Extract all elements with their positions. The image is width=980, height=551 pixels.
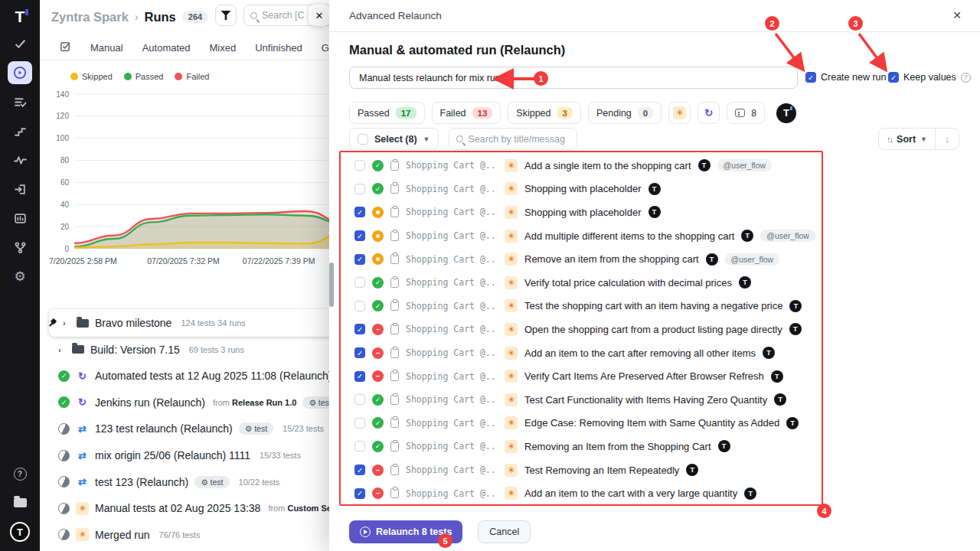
close-icon[interactable]: ✕ — [952, 9, 962, 21]
user-avatar[interactable]: T — [10, 522, 30, 542]
tag-pill[interactable]: @user_flow — [760, 230, 815, 242]
test-row[interactable]: ✓Shopping Cart @...✳Test Cart Functional… — [349, 388, 854, 412]
runs-play-icon[interactable] — [8, 61, 32, 84]
breadcrumb-project[interactable]: Zyntra Spark — [51, 10, 129, 24]
manual-filter-button[interactable]: ✳ — [668, 102, 691, 124]
import-icon[interactable] — [8, 178, 32, 201]
row-checkbox-checked[interactable]: ✓ — [354, 207, 365, 217]
row-checkbox-checked[interactable]: ✓ — [354, 371, 365, 382]
branch-icon[interactable] — [8, 236, 32, 259]
comments-filter-button[interactable]: 8 — [727, 102, 765, 124]
row-checkbox-checked[interactable]: ✓ — [354, 324, 365, 334]
row-checkbox[interactable] — [354, 418, 365, 429]
run-from-source: Release Run 1.0 — [232, 398, 296, 407]
filter-chip-passed[interactable]: Passed17 — [349, 102, 425, 124]
row-checkbox[interactable] — [354, 301, 365, 311]
row-checkbox[interactable] — [354, 277, 365, 288]
chevron-right-icon[interactable]: › — [63, 318, 70, 328]
row-checkbox[interactable] — [354, 394, 365, 405]
row-checkbox[interactable] — [354, 184, 365, 194]
assignee-avatar[interactable]: T — [776, 103, 796, 123]
run-name-input[interactable] — [349, 67, 798, 89]
test-row[interactable]: ✓Shopping Cart @...✳Test the shopping ca… — [349, 295, 854, 318]
legend-dot — [175, 73, 182, 80]
app-logo[interactable]: T — [15, 8, 25, 26]
tab-mixed[interactable]: Mixed — [210, 42, 237, 54]
test-row[interactable]: ✓–Shopping Cart @...✳Test Removing an It… — [349, 458, 854, 482]
filter-chip-skipped[interactable]: Skipped3 — [508, 102, 581, 124]
test-row[interactable]: ✓Shopping Cart @...✳Shopping with placeh… — [349, 178, 854, 201]
row-checkbox-checked[interactable]: ✓ — [354, 230, 365, 241]
tree-run-row[interactable]: ✓↻Jenkins run (Relaunch)from Release Run… — [58, 390, 341, 416]
tree-run-row[interactable]: ⇄test 123 (Relaunch)⚙test10/22 tests — [58, 469, 279, 495]
breadcrumb-section[interactable]: Runs — [145, 10, 176, 24]
suite-label: Shopping Cart @... — [406, 160, 498, 171]
filter-button[interactable] — [215, 5, 237, 26]
test-row[interactable]: ✓–Shopping Cart @...✳Verify Cart Items A… — [349, 364, 854, 388]
create-new-run-checkbox[interactable]: ✓ Create new run — [805, 72, 886, 83]
clear-search-button[interactable]: ✕ — [309, 5, 330, 26]
status-failed-icon: – — [372, 370, 384, 382]
status-skipped-icon — [372, 207, 384, 218]
test-title: Removing an Item from the Shopping Cart — [524, 441, 711, 452]
settings-gear-icon[interactable]: ⚙ — [8, 265, 32, 288]
reports-icon[interactable] — [8, 207, 32, 230]
projects-folder-icon[interactable] — [8, 491, 32, 514]
pulse-icon[interactable] — [8, 148, 32, 171]
steps-icon[interactable] — [8, 119, 32, 142]
test-row[interactable]: ✓Shopping Cart @...✳Removing an Item fro… — [349, 435, 854, 458]
row-checkbox[interactable] — [354, 441, 365, 452]
tab-unfinished[interactable]: Unfinished — [255, 42, 302, 54]
test-row[interactable]: ✓–Shopping Cart @...✳Add an item to the … — [349, 481, 854, 505]
test-row[interactable]: ✓Shopping Cart @...✳Edge Case: Removing … — [349, 412, 854, 435]
test-row[interactable]: ✓–Shopping Cart @...✳Add an item to the … — [349, 341, 854, 365]
help-icon[interactable]: ? — [961, 73, 971, 83]
tree-folder-row[interactable]: ›Build: Version 7.1569 tests 3 runs — [58, 337, 244, 363]
page-scrollbar[interactable] — [329, 262, 334, 307]
checkbox-checked-icon[interactable]: ✓ — [888, 72, 899, 83]
row-checkbox-checked[interactable]: ✓ — [354, 254, 365, 265]
test-row[interactable]: ✓Shopping Cart @...✳Shopping with placeh… — [349, 201, 854, 224]
tests-check-icon[interactable] — [8, 32, 32, 55]
tree-run-row[interactable]: ✓↻Automated tests at 12 Aug 2025 11:08 (… — [58, 363, 341, 389]
filter-chip-pending[interactable]: Pending0 — [588, 102, 662, 124]
tree-run-row[interactable]: ⇄mix origin 25/06 (Relaunch) 111115/33 t… — [58, 442, 301, 468]
relaunch-button[interactable]: Relaunch 8 tests — [349, 520, 462, 543]
suite-label: Shopping Cart @... — [406, 230, 498, 241]
tree-folder-row[interactable]: ›Bravo milestone124 tests 34 runs — [49, 310, 246, 336]
tree-run-row[interactable]: ✳Manual tests at 02 Aug 2025 13:38from C… — [58, 495, 341, 521]
tag-pill[interactable]: @user_flow — [725, 253, 780, 266]
tree-run-row[interactable]: ⇄123 test relaunch (Relaunch)⚙test15/23 … — [58, 416, 324, 442]
row-checkbox[interactable] — [354, 160, 365, 171]
tab-automated[interactable]: Automated — [142, 42, 191, 54]
plans-list-icon[interactable] — [8, 90, 32, 113]
help-icon[interactable]: ? — [8, 462, 32, 485]
chevron-right-icon[interactable]: › — [58, 345, 66, 354]
row-checkbox-checked[interactable]: ✓ — [354, 465, 365, 475]
cancel-button[interactable]: Cancel — [478, 520, 531, 543]
test-row[interactable]: ✓Shopping Cart @...✳Add a single item to… — [349, 154, 854, 178]
keep-values-checkbox[interactable]: ✓ Keep values ? — [888, 72, 971, 83]
test-row[interactable]: ✓–Shopping Cart @...✳Open the shopping c… — [349, 318, 854, 341]
select-dropdown[interactable]: Select (8) ▼ — [349, 128, 439, 150]
framework-avatar: T — [763, 347, 775, 359]
sort-dropdown[interactable]: ↑↓ Sort ▼ — [879, 129, 936, 149]
row-checkbox-checked[interactable]: ✓ — [354, 488, 365, 499]
row-checkbox-checked[interactable]: ✓ — [354, 347, 365, 358]
test-row[interactable]: ✓Shopping Cart @...✳Verify total price c… — [349, 271, 854, 295]
automated-filter-button[interactable]: ↻ — [697, 102, 720, 124]
checkbox-checked-icon[interactable]: ✓ — [805, 72, 816, 83]
filter-chip-failed[interactable]: Failed13 — [432, 102, 501, 124]
test-row[interactable]: ✓Shopping Cart @...✳Add multiple differe… — [349, 224, 854, 248]
test-search-input[interactable]: Search by title/messag — [449, 128, 577, 150]
gear-icon: ⚙ — [201, 478, 207, 487]
keep-values-label: Keep values — [903, 72, 956, 83]
select-all-checkbox[interactable] — [358, 134, 368, 145]
tab-manual[interactable]: Manual — [90, 42, 123, 54]
sort-direction-button[interactable]: ↓ — [936, 129, 959, 149]
tag-pill[interactable]: @user_flow — [717, 159, 773, 171]
svg-text:20: 20 — [60, 223, 70, 231]
tree-run-row[interactable]: ✳Merged run76/76 tests — [58, 522, 200, 548]
select-runs-icon[interactable] — [60, 41, 71, 55]
test-row[interactable]: ✓Shopping Cart @...✳Remove an item from … — [349, 247, 854, 271]
